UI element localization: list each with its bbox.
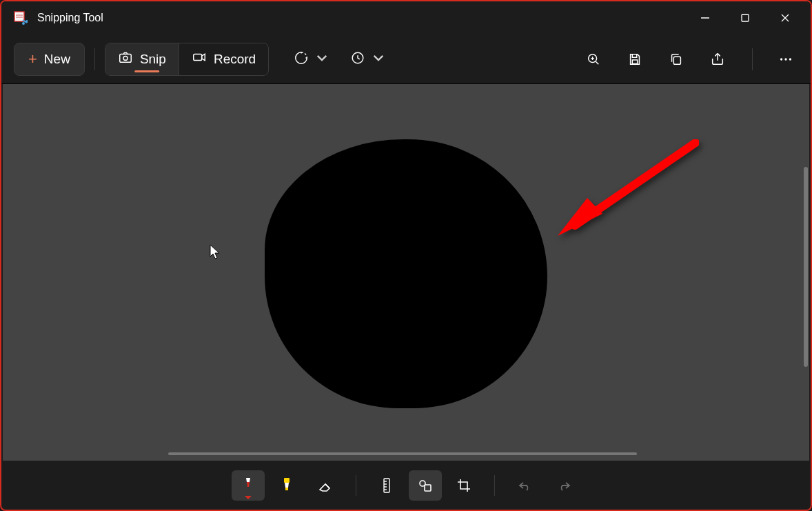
ruler-tool[interactable]: [370, 470, 403, 501]
titlebar: Snipping Tool: [1, 1, 811, 34]
svg-rect-28: [425, 485, 431, 491]
separator: [356, 475, 356, 496]
record-tab[interactable]: Record: [179, 43, 268, 75]
close-button[interactable]: [765, 4, 805, 32]
separator: [752, 48, 753, 70]
plus-icon: +: [28, 50, 37, 68]
annotation-arrow: [554, 139, 699, 243]
app-icon: [14, 11, 28, 25]
more-button[interactable]: [778, 51, 794, 68]
canvas-area[interactable]: [3, 84, 809, 461]
minimize-button[interactable]: [685, 4, 725, 32]
chevron-down-icon: [245, 496, 252, 499]
share-button[interactable]: [709, 51, 726, 68]
svg-point-11: [123, 56, 128, 60]
snip-tab[interactable]: Snip: [105, 43, 179, 75]
snip-mode-dropdown[interactable]: [294, 50, 329, 68]
svg-rect-16: [673, 57, 680, 64]
snip-mode-icon: [294, 50, 309, 68]
camera-icon: [118, 50, 133, 68]
highlighter-tool[interactable]: [270, 470, 303, 501]
delay-dropdown[interactable]: [350, 50, 386, 68]
shapes-tool[interactable]: [409, 470, 442, 501]
redo-button[interactable]: [547, 470, 580, 501]
video-icon: [192, 50, 207, 68]
svg-point-17: [780, 58, 782, 60]
eraser-tool[interactable]: [309, 470, 342, 501]
vertical-scrollbar[interactable]: [804, 167, 808, 367]
separator: [94, 48, 95, 70]
caption-buttons: [685, 4, 805, 32]
canvas-content: [3, 84, 809, 461]
svg-rect-21: [285, 488, 288, 490]
snip-label: Snip: [140, 52, 166, 67]
svg-rect-1: [16, 13, 23, 20]
svg-rect-22: [384, 479, 389, 492]
chevron-down-icon: [314, 50, 329, 68]
save-button[interactable]: [627, 51, 643, 68]
svg-rect-10: [120, 54, 132, 62]
zoom-button[interactable]: [585, 51, 602, 68]
horizontal-scrollbar[interactable]: [168, 452, 637, 455]
chevron-down-icon: [371, 50, 386, 68]
right-tools: [585, 48, 798, 70]
svg-point-4: [22, 22, 25, 25]
svg-rect-15: [632, 59, 637, 63]
ink-shape: [265, 139, 547, 408]
new-button[interactable]: + New: [14, 43, 85, 76]
record-label: Record: [214, 52, 256, 67]
maximize-button[interactable]: [725, 4, 765, 32]
clock-icon: [350, 50, 365, 68]
bottom-toolbar: [3, 462, 809, 508]
svg-rect-12: [194, 54, 202, 60]
pen-tool[interactable]: [232, 470, 265, 501]
mode-segmented: Snip Record: [105, 43, 269, 76]
toolbar: + New Snip Record: [1, 34, 811, 84]
cursor-icon: [210, 244, 221, 259]
svg-point-18: [784, 58, 786, 60]
copy-button[interactable]: [668, 51, 684, 68]
new-label: New: [44, 52, 70, 67]
svg-rect-20: [284, 478, 290, 483]
window-title: Snipping Tool: [37, 12, 103, 24]
separator: [494, 475, 495, 496]
svg-rect-7: [742, 14, 749, 21]
crop-tool[interactable]: [447, 470, 480, 501]
undo-button[interactable]: [509, 470, 542, 501]
svg-point-19: [789, 58, 791, 60]
